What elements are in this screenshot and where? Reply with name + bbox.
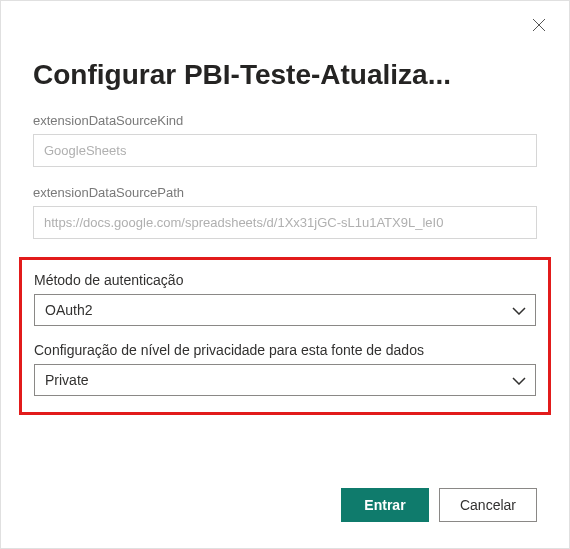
input-datasource-path	[33, 206, 537, 239]
dialog-title: Configurar PBI-Teste-Atualiza...	[33, 59, 537, 91]
configure-datasource-dialog: Configurar PBI-Teste-Atualiza... extensi…	[1, 1, 569, 548]
auth-method-dropdown[interactable]: OAuth2	[34, 294, 536, 326]
field-label-path: extensionDataSourcePath	[33, 185, 537, 200]
privacy-level-dropdown[interactable]: Private	[34, 364, 536, 396]
input-datasource-kind	[33, 134, 537, 167]
field-label-kind: extensionDataSourceKind	[33, 113, 537, 128]
privacy-level-label: Configuração de nível de privacidade par…	[34, 342, 536, 358]
field-datasource-kind: extensionDataSourceKind	[33, 113, 537, 167]
privacy-level-value: Private	[34, 364, 536, 396]
close-button[interactable]	[531, 19, 547, 35]
cancel-button[interactable]: Cancelar	[439, 488, 537, 522]
signin-button[interactable]: Entrar	[341, 488, 429, 522]
field-datasource-path: extensionDataSourcePath	[33, 185, 537, 239]
close-icon	[532, 18, 546, 36]
dialog-actions: Entrar Cancelar	[341, 488, 537, 522]
auth-method-label: Método de autenticação	[34, 272, 536, 288]
auth-section-highlight: Método de autenticação OAuth2 Configuraç…	[19, 257, 551, 415]
auth-method-value: OAuth2	[34, 294, 536, 326]
